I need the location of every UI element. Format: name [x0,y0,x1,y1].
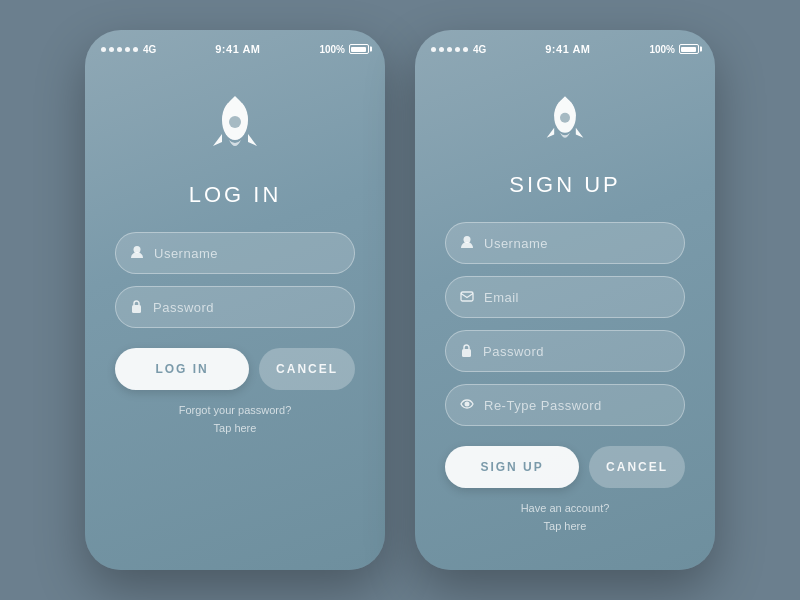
svg-rect-7 [461,292,473,301]
svg-rect-3 [132,305,141,313]
signup-cancel-button[interactable]: CANCEL [589,446,685,488]
signup-password-input[interactable] [483,344,670,359]
signup-battery-icon [679,44,699,54]
login-title: LOG IN [189,182,282,208]
svg-point-5 [560,113,570,123]
lock-icon [130,299,143,316]
signup-username-field [445,222,685,264]
login-username-field [115,232,355,274]
login-username-input[interactable] [154,246,340,261]
svg-point-9 [465,401,470,406]
login-network-label: 4G [143,44,156,55]
user-icon [130,245,144,262]
email-icon [460,290,474,305]
login-cancel-button[interactable]: CANCEL [259,348,355,390]
signup-battery-fill [681,47,696,52]
signup-title: SIGN UP [509,172,620,198]
login-battery-fill [351,47,366,52]
login-screen: 4G 9:41 AM 100% [85,30,385,570]
signal-dot-5 [133,47,138,52]
su-signal-dot-5 [463,47,468,52]
signup-network-label: 4G [473,44,486,55]
su-signal-dot-1 [431,47,436,52]
signup-battery: 100% [649,44,699,55]
signup-username-input[interactable] [484,236,670,251]
signup-lock-icon [460,343,473,360]
signup-card-content: SIGN UP [415,62,715,570]
forgot-line2: Tap here [179,420,292,438]
signal-dot-4 [125,47,130,52]
signup-signal: 4G [431,44,486,55]
login-battery-percent: 100% [319,44,345,55]
signup-rocket-icon [540,92,590,156]
login-rocket-icon [205,92,265,166]
login-password-input[interactable] [153,300,340,315]
login-card-content: LOG IN LOG IN CANCEL [85,62,385,570]
signup-buttons-row: SIGN UP CANCEL [445,446,685,488]
forgot-line1: Forgot your password? [179,402,292,420]
login-buttons-row: LOG IN CANCEL [115,348,355,390]
signup-retype-field [445,384,685,426]
login-status-bar: 4G 9:41 AM 100% [85,30,385,62]
su-signal-dot-4 [455,47,460,52]
signup-button[interactable]: SIGN UP [445,446,579,488]
signup-status-bar: 4G 9:41 AM 100% [415,30,715,62]
login-button[interactable]: LOG IN [115,348,249,390]
signup-retype-input[interactable] [484,398,670,413]
retype-icon [460,398,474,413]
svg-point-2 [134,246,141,253]
svg-point-1 [229,116,241,128]
su-signal-dot-3 [447,47,452,52]
login-password-field [115,286,355,328]
signal-dot-3 [117,47,122,52]
login-signal: 4G [101,44,156,55]
signup-password-field [445,330,685,372]
signup-user-icon [460,235,474,252]
login-forgot-text[interactable]: Forgot your password? Tap here [179,402,292,437]
login-battery: 100% [319,44,369,55]
have-account-line2: Tap here [521,518,610,536]
svg-rect-8 [462,349,471,357]
signup-have-account-text[interactable]: Have an account? Tap here [521,500,610,535]
login-battery-icon [349,44,369,54]
svg-point-6 [464,236,471,243]
signup-battery-percent: 100% [649,44,675,55]
login-time: 9:41 AM [215,43,260,55]
have-account-line1: Have an account? [521,500,610,518]
signup-email-field [445,276,685,318]
su-signal-dot-2 [439,47,444,52]
signup-email-input[interactable] [484,290,670,305]
signal-dot-2 [109,47,114,52]
signup-screen: 4G 9:41 AM 100% SIGN UP [415,30,715,570]
signup-time: 9:41 AM [545,43,590,55]
signal-dot-1 [101,47,106,52]
